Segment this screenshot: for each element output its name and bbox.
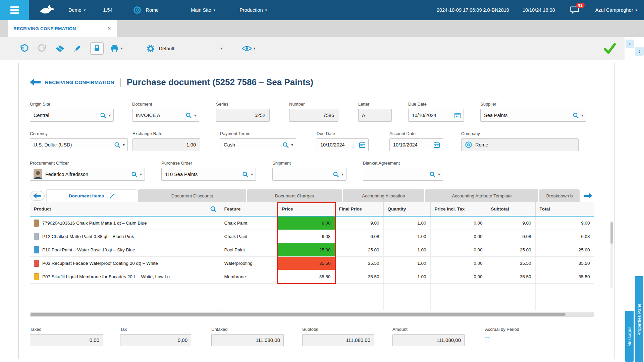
cell-price[interactable]: 9.00 bbox=[278, 216, 335, 230]
due-date-input[interactable]: 10/10/2024 bbox=[408, 109, 464, 122]
caret-down-icon[interactable]: ▾ bbox=[121, 46, 123, 51]
column-subtotal[interactable]: Subtotal bbox=[487, 202, 535, 216]
tab-document-items[interactable]: Document Items bbox=[46, 189, 137, 202]
scrollbar-thumb[interactable] bbox=[610, 222, 613, 244]
messages-panel-tab[interactable]: Messages bbox=[625, 311, 634, 362]
procurement-officer-input[interactable]: Federico Alfredsson ▾ bbox=[30, 168, 145, 181]
tabs-scroll-left-button[interactable] bbox=[30, 191, 45, 201]
cell-quantity[interactable]: 1.00 bbox=[383, 243, 430, 256]
number-input[interactable]: 7586 bbox=[289, 109, 338, 122]
series-input[interactable]: 5252 bbox=[216, 109, 270, 122]
cell-final-price[interactable]: 9.00 bbox=[335, 216, 383, 230]
cell-subtotal[interactable]: 35.50 bbox=[487, 270, 535, 283]
cell-total[interactable]: 35.50 bbox=[535, 270, 594, 283]
design-profile-dropdown[interactable]: Default ▾ bbox=[146, 44, 223, 53]
environment-dropdown[interactable]: Production ▾ bbox=[239, 7, 267, 13]
collapse-messages-button[interactable]: ‹ bbox=[626, 40, 634, 48]
cell-product[interactable]: P07 Sikafill Liquid Membrane for Facades… bbox=[30, 270, 220, 283]
column-price[interactable]: Price bbox=[278, 202, 335, 216]
column-final-price[interactable]: Final Price bbox=[335, 202, 383, 216]
cell-price[interactable]: 35.50 bbox=[278, 270, 335, 283]
tab-document-charges[interactable]: Document Charges bbox=[247, 189, 342, 202]
site-dropdown[interactable]: Main Site ▾ bbox=[191, 7, 215, 13]
cell-quantity[interactable]: 1.00 bbox=[383, 230, 430, 243]
cell-product[interactable]: 7790204103616 Chalk Paint Matte 1 qt – C… bbox=[30, 216, 220, 230]
cell-quantity[interactable]: 1.00 bbox=[383, 270, 430, 283]
tab-accounting-allocation[interactable]: Accounting Allocation bbox=[343, 189, 424, 202]
document-input[interactable]: INVOICE A ▾ bbox=[132, 109, 199, 122]
blanket-agreement-input[interactable]: ▾ bbox=[363, 168, 443, 181]
due-date-2-input[interactable]: 10/10/2024 bbox=[317, 138, 369, 151]
column-product[interactable]: Product bbox=[30, 202, 220, 216]
supplier-input[interactable]: Sea Paints ▾ bbox=[480, 109, 586, 122]
search-icon[interactable] bbox=[573, 112, 579, 119]
purchase-order-input[interactable]: 110 Sea Paints ▾ bbox=[161, 168, 256, 181]
caret-down-icon[interactable]: ▾ bbox=[251, 172, 253, 177]
menu-button[interactable] bbox=[0, 0, 29, 20]
expand-icon[interactable] bbox=[109, 193, 115, 199]
accrual-checkbox[interactable] bbox=[485, 337, 490, 342]
undo-button[interactable] bbox=[19, 44, 29, 53]
cell-final-price[interactable]: 35.50 bbox=[335, 256, 383, 270]
column-price-incl-tax[interactable]: Price Incl. Tax bbox=[430, 202, 487, 216]
shipment-input[interactable]: ▾ bbox=[272, 168, 346, 181]
search-icon[interactable] bbox=[429, 171, 436, 178]
cell-price-incl-tax[interactable]: 0.00 bbox=[430, 216, 487, 230]
search-icon[interactable] bbox=[185, 112, 192, 119]
payment-terms-input[interactable]: Cash ▾ bbox=[220, 138, 296, 151]
caret-down-icon[interactable]: ▾ bbox=[581, 113, 583, 118]
caret-down-icon[interactable]: ▾ bbox=[254, 46, 256, 51]
exchange-rate-input[interactable]: 1.00 bbox=[132, 138, 200, 151]
cell-feature[interactable]: Chalk Paint bbox=[220, 216, 278, 230]
origin-site-input[interactable]: Central ▾ bbox=[30, 109, 114, 122]
tab-receiving-confirmation[interactable]: RECEIVING CONFIRMATION × bbox=[8, 20, 117, 37]
cell-final-price[interactable]: 25.00 bbox=[335, 243, 383, 256]
cell-subtotal[interactable]: 6.08 bbox=[487, 230, 535, 243]
notifications-button[interactable]: 91 bbox=[570, 6, 579, 14]
cell-total[interactable]: 6.08 bbox=[535, 230, 594, 243]
print-button[interactable]: ▾ bbox=[110, 45, 123, 52]
back-button[interactable]: RECEIVING CONFIRMATION bbox=[30, 78, 114, 86]
cell-product[interactable]: P10 Pool Paint – Water Base 10 qt – Sky … bbox=[30, 243, 220, 256]
cell-product[interactable]: P12 Chalked Matte Paint 0.88 qt – Blush … bbox=[30, 230, 220, 243]
caret-down-icon[interactable]: ▾ bbox=[123, 142, 125, 147]
cell-total[interactable]: 35.50 bbox=[535, 256, 594, 270]
column-total[interactable]: Total bbox=[535, 202, 594, 216]
letter-input[interactable]: A bbox=[358, 109, 392, 122]
design-pen-button[interactable] bbox=[73, 45, 82, 53]
cell-price-incl-tax[interactable]: 0.00 bbox=[430, 270, 487, 283]
calendar-icon[interactable] bbox=[359, 141, 366, 148]
view-options-dropdown[interactable]: ▾ bbox=[242, 45, 256, 52]
collapse-properties-button[interactable]: ‹ bbox=[635, 47, 644, 56]
search-icon[interactable] bbox=[282, 142, 289, 148]
cell-price-incl-tax[interactable]: 0.00 bbox=[430, 256, 487, 270]
cell-final-price[interactable]: 6.08 bbox=[335, 230, 383, 243]
cell-total[interactable]: 9.00 bbox=[535, 216, 594, 230]
environment-demo-dropdown[interactable]: Demo ▾ bbox=[68, 7, 86, 13]
redo-button[interactable] bbox=[38, 44, 47, 53]
caret-down-icon[interactable]: ▾ bbox=[291, 142, 293, 147]
search-icon[interactable] bbox=[242, 171, 249, 178]
tab-breakdown[interactable]: Breakdown b bbox=[539, 189, 580, 202]
search-icon[interactable] bbox=[210, 206, 217, 213]
account-date-input[interactable]: 10/10/2024 bbox=[389, 138, 443, 151]
search-icon[interactable] bbox=[131, 171, 138, 178]
scrollbar-thumb[interactable] bbox=[31, 313, 566, 316]
cell-feature[interactable]: Pool Paint bbox=[220, 243, 278, 256]
currency-input[interactable]: U.S. Dollar (USD) ▾ bbox=[30, 138, 128, 151]
lock-button[interactable] bbox=[90, 42, 104, 55]
tab-document-discounts[interactable]: Document Discounts bbox=[138, 189, 246, 202]
user-menu[interactable]: Azul Campregher ▾ bbox=[595, 7, 637, 13]
cell-feature[interactable]: Waterproofing bbox=[220, 256, 278, 270]
caret-down-icon[interactable]: ▾ bbox=[438, 172, 440, 177]
cell-subtotal[interactable]: 9.00 bbox=[487, 216, 535, 230]
caret-down-icon[interactable]: ▾ bbox=[140, 172, 142, 177]
search-icon[interactable] bbox=[114, 142, 120, 148]
caret-down-icon[interactable]: ▾ bbox=[341, 172, 343, 177]
cell-subtotal[interactable]: 35.50 bbox=[487, 256, 535, 270]
cell-price-incl-tax[interactable]: 0.00 bbox=[430, 243, 487, 256]
caret-down-icon[interactable]: ▾ bbox=[194, 113, 196, 118]
caret-down-icon[interactable]: ▾ bbox=[109, 113, 111, 118]
search-icon[interactable] bbox=[333, 171, 339, 178]
clear-eraser-button[interactable] bbox=[56, 45, 64, 52]
